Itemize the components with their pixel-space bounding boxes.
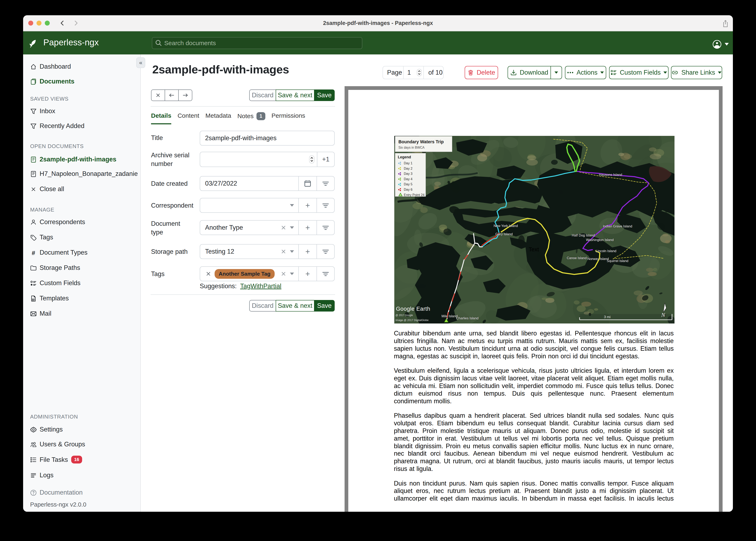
svg-text:Six days in BWCA: Six days in BWCA bbox=[398, 146, 425, 149]
svg-text:New York Island: New York Island bbox=[494, 224, 518, 228]
svg-text:Day 3: Day 3 bbox=[404, 172, 412, 176]
svg-text:Image @ 2017 DigitalGlobe: Image @ 2017 DigitalGlobe bbox=[396, 318, 429, 321]
svg-text:Day 4: Day 4 bbox=[404, 177, 412, 181]
svg-text:Half Dog Island: Half Dog Island bbox=[572, 234, 595, 237]
svg-text:Canoe Island: Canoe Island bbox=[567, 256, 587, 260]
svg-text:Day 6: Day 6 bbox=[404, 188, 412, 191]
svg-text:N: N bbox=[661, 312, 665, 318]
svg-text:Legend: Legend bbox=[398, 155, 411, 159]
svg-text:Hausons Island: Hausons Island bbox=[599, 173, 622, 177]
svg-text:@ 2017 Google: @ 2017 Google bbox=[396, 314, 413, 317]
svg-text:Norway Island: Norway Island bbox=[587, 257, 609, 261]
svg-text:Mile Island: Mile Island bbox=[442, 314, 458, 318]
svg-text:Washington Island: Washington Island bbox=[586, 238, 614, 242]
svg-text:Boundary Waters Trip: Boundary Waters Trip bbox=[398, 139, 444, 144]
svg-text:Gary Island: Gary Island bbox=[495, 232, 513, 236]
svg-text:Squirrel Island: Squirrel Island bbox=[607, 259, 628, 263]
svg-text:Google Earth: Google Earth bbox=[396, 306, 430, 312]
svg-text:Text: Text bbox=[529, 247, 539, 253]
svg-text:Indian Grave Island: Indian Grave Island bbox=[603, 224, 632, 228]
svg-text:Day 1: Day 1 bbox=[404, 162, 412, 165]
svg-text:3 mi: 3 mi bbox=[604, 315, 611, 319]
svg-text:Day 5: Day 5 bbox=[404, 183, 412, 186]
svg-text:Day 2: Day 2 bbox=[404, 167, 412, 170]
svg-text:Entry Point 24: Entry Point 24 bbox=[404, 193, 425, 197]
svg-text:Charlies Island: Charlies Island bbox=[456, 316, 478, 320]
svg-text:Lincoln Island: Lincoln Island bbox=[596, 249, 616, 253]
